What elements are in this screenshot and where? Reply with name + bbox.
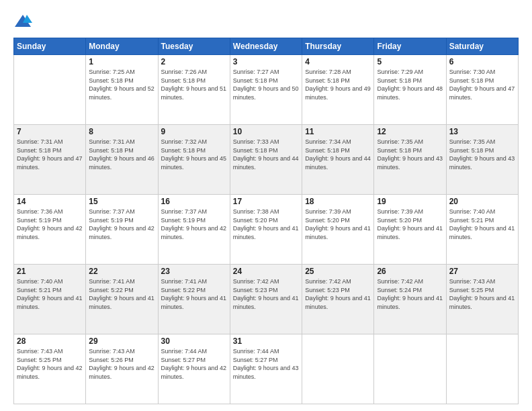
day-number: 28	[17, 336, 83, 346]
weekday-header-saturday: Saturday	[446, 38, 518, 55]
day-number: 8	[89, 127, 154, 136]
day-number: 29	[89, 336, 154, 346]
day-number: 9	[161, 127, 227, 136]
day-info: Sunrise: 7:44 AMSunset: 5:27 PMDaylight:…	[233, 347, 299, 381]
calendar-cell: 6Sunrise: 7:30 AMSunset: 5:18 PMDaylight…	[446, 55, 518, 125]
day-info: Sunrise: 7:31 AMSunset: 5:18 PMDaylight:…	[89, 138, 154, 171]
day-number: 20	[449, 197, 515, 206]
day-info: Sunrise: 7:42 AMSunset: 5:23 PMDaylight:…	[305, 277, 371, 311]
weekday-header-thursday: Thursday	[302, 38, 374, 55]
calendar-cell	[302, 334, 374, 404]
calendar-cell: 16Sunrise: 7:37 AMSunset: 5:19 PMDayligh…	[158, 195, 230, 265]
day-info: Sunrise: 7:43 AMSunset: 5:26 PMDaylight:…	[89, 347, 154, 381]
calendar-table: SundayMondayTuesdayWednesdayThursdayFrid…	[13, 38, 519, 404]
day-number: 3	[233, 57, 299, 66]
calendar-cell	[14, 55, 86, 125]
day-info: Sunrise: 7:38 AMSunset: 5:20 PMDaylight:…	[233, 208, 299, 241]
day-number: 31	[233, 336, 299, 346]
calendar-cell: 27Sunrise: 7:43 AMSunset: 5:25 PMDayligh…	[446, 265, 518, 334]
calendar-cell: 28Sunrise: 7:43 AMSunset: 5:25 PMDayligh…	[14, 334, 86, 404]
calendar-cell	[446, 334, 518, 404]
day-info: Sunrise: 7:30 AMSunset: 5:18 PMDaylight:…	[449, 68, 515, 101]
calendar-cell: 9Sunrise: 7:32 AMSunset: 5:18 PMDaylight…	[158, 125, 230, 195]
day-info: Sunrise: 7:36 AMSunset: 5:19 PMDaylight:…	[17, 208, 83, 241]
day-number: 2	[161, 57, 227, 66]
day-number: 6	[449, 57, 515, 66]
day-info: Sunrise: 7:41 AMSunset: 5:22 PMDaylight:…	[89, 277, 154, 311]
day-info: Sunrise: 7:29 AMSunset: 5:18 PMDaylight:…	[377, 68, 443, 101]
header	[13, 12, 519, 31]
day-info: Sunrise: 7:31 AMSunset: 5:18 PMDaylight:…	[17, 138, 83, 171]
day-info: Sunrise: 7:37 AMSunset: 5:19 PMDaylight:…	[89, 208, 154, 241]
day-number: 21	[17, 267, 83, 276]
calendar-cell: 15Sunrise: 7:37 AMSunset: 5:19 PMDayligh…	[86, 195, 158, 265]
day-number: 10	[233, 127, 299, 136]
calendar-cell: 31Sunrise: 7:44 AMSunset: 5:27 PMDayligh…	[230, 334, 302, 404]
calendar-cell: 19Sunrise: 7:39 AMSunset: 5:20 PMDayligh…	[374, 195, 446, 265]
day-number: 16	[161, 197, 227, 206]
day-number: 22	[89, 267, 154, 276]
calendar-cell: 30Sunrise: 7:44 AMSunset: 5:27 PMDayligh…	[158, 334, 230, 404]
day-info: Sunrise: 7:39 AMSunset: 5:20 PMDaylight:…	[305, 208, 371, 241]
day-info: Sunrise: 7:42 AMSunset: 5:23 PMDaylight:…	[233, 277, 299, 311]
weekday-header-row: SundayMondayTuesdayWednesdayThursdayFrid…	[14, 38, 519, 55]
day-number: 4	[305, 57, 371, 66]
calendar-cell: 4Sunrise: 7:28 AMSunset: 5:18 PMDaylight…	[302, 55, 374, 125]
day-number: 7	[17, 127, 83, 136]
calendar-cell: 17Sunrise: 7:38 AMSunset: 5:20 PMDayligh…	[230, 195, 302, 265]
day-number: 30	[161, 336, 227, 346]
day-info: Sunrise: 7:28 AMSunset: 5:18 PMDaylight:…	[305, 68, 371, 101]
day-number: 27	[449, 267, 515, 276]
weekday-header-friday: Friday	[374, 38, 446, 55]
weekday-header-monday: Monday	[86, 38, 158, 55]
day-number: 15	[89, 197, 154, 206]
day-info: Sunrise: 7:41 AMSunset: 5:22 PMDaylight:…	[161, 277, 227, 311]
day-info: Sunrise: 7:32 AMSunset: 5:18 PMDaylight:…	[161, 138, 227, 171]
day-number: 13	[449, 127, 515, 136]
day-number: 26	[377, 267, 443, 276]
day-info: Sunrise: 7:35 AMSunset: 5:18 PMDaylight:…	[377, 138, 443, 171]
day-info: Sunrise: 7:40 AMSunset: 5:21 PMDaylight:…	[449, 208, 515, 241]
day-number: 17	[233, 197, 299, 206]
day-number: 5	[377, 57, 443, 66]
calendar-cell: 29Sunrise: 7:43 AMSunset: 5:26 PMDayligh…	[86, 334, 158, 404]
day-info: Sunrise: 7:43 AMSunset: 5:25 PMDaylight:…	[17, 347, 83, 381]
calendar-cell: 21Sunrise: 7:40 AMSunset: 5:21 PMDayligh…	[14, 265, 86, 334]
calendar-cell: 10Sunrise: 7:33 AMSunset: 5:18 PMDayligh…	[230, 125, 302, 195]
calendar-cell: 5Sunrise: 7:29 AMSunset: 5:18 PMDaylight…	[374, 55, 446, 125]
calendar-cell: 12Sunrise: 7:35 AMSunset: 5:18 PMDayligh…	[374, 125, 446, 195]
day-info: Sunrise: 7:35 AMSunset: 5:18 PMDaylight:…	[449, 138, 515, 171]
day-number: 25	[305, 267, 371, 276]
weekday-header-sunday: Sunday	[14, 38, 86, 55]
calendar-cell: 2Sunrise: 7:26 AMSunset: 5:18 PMDaylight…	[158, 55, 230, 125]
day-info: Sunrise: 7:44 AMSunset: 5:27 PMDaylight:…	[161, 347, 227, 381]
calendar-cell: 23Sunrise: 7:41 AMSunset: 5:22 PMDayligh…	[158, 265, 230, 334]
weekday-header-tuesday: Tuesday	[158, 38, 230, 55]
day-info: Sunrise: 7:33 AMSunset: 5:18 PMDaylight:…	[233, 138, 299, 171]
day-number: 12	[377, 127, 443, 136]
day-info: Sunrise: 7:27 AMSunset: 5:18 PMDaylight:…	[233, 68, 299, 101]
day-info: Sunrise: 7:42 AMSunset: 5:24 PMDaylight:…	[377, 277, 443, 311]
calendar-cell: 22Sunrise: 7:41 AMSunset: 5:22 PMDayligh…	[86, 265, 158, 334]
day-info: Sunrise: 7:39 AMSunset: 5:20 PMDaylight:…	[377, 208, 443, 241]
calendar-cell: 11Sunrise: 7:34 AMSunset: 5:18 PMDayligh…	[302, 125, 374, 195]
day-info: Sunrise: 7:26 AMSunset: 5:18 PMDaylight:…	[161, 68, 227, 101]
day-info: Sunrise: 7:43 AMSunset: 5:25 PMDaylight:…	[449, 277, 515, 311]
logo	[13, 12, 35, 31]
calendar-cell: 25Sunrise: 7:42 AMSunset: 5:23 PMDayligh…	[302, 265, 374, 334]
calendar-week-row: 28Sunrise: 7:43 AMSunset: 5:25 PMDayligh…	[14, 334, 519, 404]
calendar-cell: 1Sunrise: 7:25 AMSunset: 5:18 PMDaylight…	[86, 55, 158, 125]
page: SundayMondayTuesdayWednesdayThursdayFrid…	[0, 0, 532, 411]
day-number: 14	[17, 197, 83, 206]
day-info: Sunrise: 7:37 AMSunset: 5:19 PMDaylight:…	[161, 208, 227, 241]
weekday-header-wednesday: Wednesday	[230, 38, 302, 55]
calendar-cell: 14Sunrise: 7:36 AMSunset: 5:19 PMDayligh…	[14, 195, 86, 265]
calendar-cell: 8Sunrise: 7:31 AMSunset: 5:18 PMDaylight…	[86, 125, 158, 195]
day-number: 19	[377, 197, 443, 206]
calendar-cell: 3Sunrise: 7:27 AMSunset: 5:18 PMDaylight…	[230, 55, 302, 125]
day-info: Sunrise: 7:25 AMSunset: 5:18 PMDaylight:…	[89, 68, 154, 101]
calendar-cell	[374, 334, 446, 404]
logo-icon	[13, 12, 32, 31]
calendar-cell: 18Sunrise: 7:39 AMSunset: 5:20 PMDayligh…	[302, 195, 374, 265]
day-info: Sunrise: 7:40 AMSunset: 5:21 PMDaylight:…	[17, 277, 83, 311]
